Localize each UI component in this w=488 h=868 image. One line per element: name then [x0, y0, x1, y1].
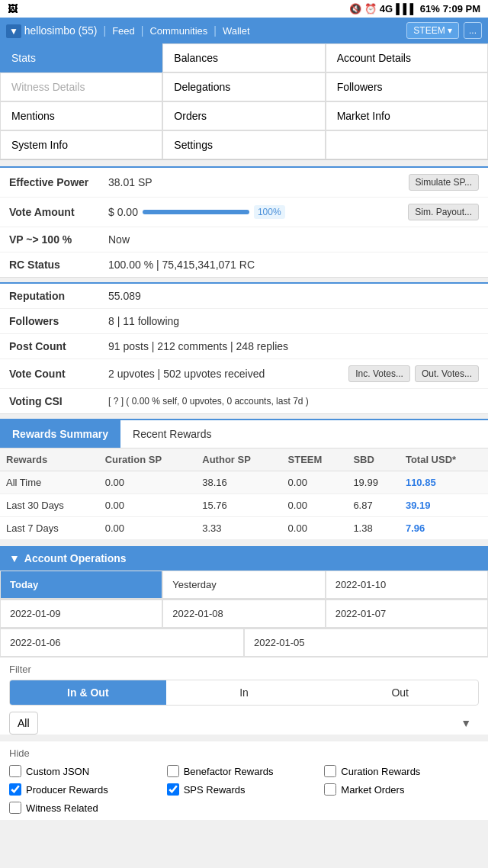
- vp-value: Now: [108, 233, 479, 246]
- checkbox-custom-json[interactable]: Custom JSON: [9, 765, 164, 777]
- checkbox-producer-rewards[interactable]: Producer Rewards: [9, 783, 164, 796]
- feed-link[interactable]: Feed: [112, 25, 135, 37]
- col-steem: STEEM: [282, 448, 348, 471]
- date-2022-01-06[interactable]: 2022-01-06: [0, 628, 244, 657]
- checkbox-sps-rewards[interactable]: SPS Rewards: [167, 783, 322, 796]
- menu-item-delegations[interactable]: Delegations: [162, 72, 325, 101]
- effective-power-value: 38.01 SP: [108, 176, 409, 188]
- author-sp-all: 38.16: [196, 471, 281, 494]
- author-sp-30d: 15.76: [196, 494, 281, 517]
- menu-item-balances[interactable]: Balances: [162, 43, 325, 72]
- date-2022-01-09[interactable]: 2022-01-09: [0, 600, 162, 628]
- communities-link[interactable]: Communities: [149, 25, 207, 37]
- out-votes-button[interactable]: Out. Votes...: [415, 365, 479, 382]
- effective-power-label: Effective Power: [9, 176, 108, 188]
- tab-recent-rewards[interactable]: Recent Rewards: [120, 420, 224, 448]
- checkbox-witness-related[interactable]: Witness Related: [9, 802, 164, 814]
- menu-item-followers[interactable]: Followers: [326, 72, 488, 101]
- sbd-30d: 6.87: [347, 494, 400, 517]
- sbd-7d: 1.38: [347, 517, 400, 540]
- total-usd-7d: 7.96: [400, 517, 488, 540]
- username-label: ▼ hellosimbo (55): [6, 24, 98, 37]
- col-rewards: Rewards: [0, 448, 99, 471]
- checkbox-market-orders[interactable]: Market Orders: [324, 783, 479, 796]
- checkbox-curation-rewards-input[interactable]: [324, 765, 336, 777]
- filter-tab-out[interactable]: Out: [322, 680, 478, 705]
- rc-status-value: 100.00 % | 75,415,341,071 RC: [108, 259, 479, 271]
- reputation-label: Reputation: [9, 290, 108, 302]
- filter-tab-in[interactable]: In: [166, 680, 323, 705]
- steem-all: 0.00: [282, 471, 348, 494]
- voting-csi-value: [ ? ] ( 0.00 % self, 0 upvotes, 0 accoun…: [108, 396, 479, 407]
- date-2022-01-07[interactable]: 2022-01-07: [326, 600, 488, 628]
- checkbox-witness-related-label: Witness Related: [26, 802, 98, 814]
- date-2022-01-05[interactable]: 2022-01-05: [244, 628, 488, 657]
- filter-tab-in-out[interactable]: In & Out: [10, 680, 166, 705]
- wallet-link[interactable]: Wallet: [223, 25, 250, 37]
- rewards-section: Rewards Summary Recent Rewards Rewards C…: [0, 419, 488, 540]
- date-yesterday[interactable]: Yesterday: [162, 571, 325, 599]
- checkbox-producer-rewards-label: Producer Rewards: [26, 784, 108, 796]
- checkbox-market-orders-input[interactable]: [324, 783, 336, 796]
- date-2022-01-08[interactable]: 2022-01-08: [162, 600, 325, 628]
- table-row: All Time 0.00 38.16 0.00 19.99 110.85: [0, 471, 488, 494]
- checkbox-curation-rewards[interactable]: Curation Rewards: [324, 765, 479, 777]
- signal-icon: ▌▌▌: [396, 3, 417, 14]
- simulate-sp-button[interactable]: Simulate SP...: [409, 174, 479, 191]
- steem-7d: 0.00: [282, 517, 348, 540]
- table-row: Last 30 Days 0.00 15.76 0.00 6.87 39.19: [0, 494, 488, 517]
- menu-item-market-info[interactable]: Market Info: [326, 101, 488, 130]
- filter-tabs: In & Out In Out: [9, 680, 479, 706]
- rewards-header: Rewards Summary Recent Rewards: [0, 420, 488, 448]
- menu-item-witness-details[interactable]: Witness Details: [0, 72, 162, 101]
- status-left: 🖼: [8, 3, 18, 14]
- checkbox-benefactor-rewards[interactable]: Benefactor Rewards: [167, 765, 322, 777]
- tab-rewards-summary[interactable]: Rewards Summary: [0, 420, 120, 448]
- steem-button[interactable]: STEEM ▾: [406, 22, 459, 39]
- menu-item-mentions[interactable]: Mentions: [0, 101, 162, 130]
- date-2022-01-10[interactable]: 2022-01-10: [326, 571, 488, 599]
- hide-label: Hide: [9, 747, 479, 759]
- checkbox-custom-json-input[interactable]: [9, 765, 21, 777]
- vote-amount-value-container: $ 0.00 100%: [108, 205, 408, 219]
- curation-sp-7d: 0.00: [99, 517, 197, 540]
- more-button[interactable]: ...: [464, 22, 482, 39]
- checkbox-market-orders-label: Market Orders: [341, 784, 404, 796]
- alarm-icon: ⏰: [364, 3, 377, 14]
- menu-grid: Stats Balances Account Details Witness D…: [0, 43, 488, 160]
- checkbox-witness-related-input[interactable]: [9, 802, 21, 814]
- stat-post-count: Post Count 91 posts | 212 comments | 248…: [0, 334, 488, 359]
- checkbox-sps-rewards-input[interactable]: [167, 783, 179, 796]
- mute-icon: 🔇: [349, 3, 361, 14]
- network-label: 4G: [380, 3, 393, 14]
- reputation-value: 55.089: [108, 290, 479, 302]
- stat-vote-amount: Vote Amount $ 0.00 100% Sim. Payout...: [0, 198, 488, 227]
- date-grid-row3: 2022-01-06 2022-01-05: [0, 628, 488, 657]
- menu-item-account-details[interactable]: Account Details: [326, 43, 488, 72]
- menu-item-settings[interactable]: Settings: [162, 130, 325, 159]
- filter-section: Filter In & Out In Out All ▼: [0, 657, 488, 735]
- account-ops-header: ▼ Account Operations: [0, 546, 488, 571]
- battery-label: 61%: [420, 3, 440, 14]
- menu-item-orders[interactable]: Orders: [162, 101, 325, 130]
- username-text[interactable]: hellosimbo (55): [24, 24, 98, 37]
- filter-all-select[interactable]: All: [9, 712, 38, 735]
- vp-label: VP ~> 100 %: [9, 233, 108, 246]
- menu-item-system-info[interactable]: System Info: [0, 130, 162, 159]
- menu-item-stats[interactable]: Stats: [0, 43, 162, 72]
- checkbox-producer-rewards-input[interactable]: [9, 783, 21, 796]
- date-today[interactable]: Today: [0, 571, 162, 599]
- curation-sp-all: 0.00: [99, 471, 197, 494]
- vote-count-label: Vote Count: [9, 368, 108, 380]
- all-select-wrapper[interactable]: All ▼: [9, 712, 479, 735]
- rewards-table: Rewards Curation SP Author SP STEEM SBD …: [0, 448, 488, 540]
- stat-vp: VP ~> 100 % Now: [0, 227, 488, 252]
- stat-voting-csi: Voting CSI [ ? ] ( 0.00 % self, 0 upvote…: [0, 389, 488, 413]
- inc-votes-button[interactable]: Inc. Votes...: [348, 365, 410, 382]
- time-label: 7:09 PM: [443, 3, 480, 14]
- sim-payout-button[interactable]: Sim. Payout...: [408, 204, 479, 220]
- checkbox-benefactor-rewards-input[interactable]: [167, 765, 179, 777]
- followers-label: Followers: [9, 315, 108, 327]
- table-row: Last 7 Days 0.00 3.33 0.00 1.38 7.96: [0, 517, 488, 540]
- vote-slider[interactable]: [143, 210, 249, 214]
